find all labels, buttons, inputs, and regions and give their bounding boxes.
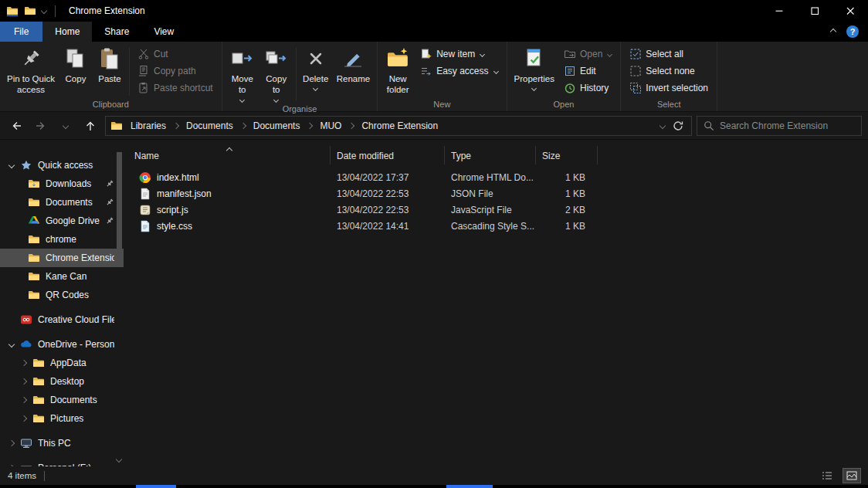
select-none-button[interactable]: Select none: [624, 63, 714, 80]
chevron-right-icon[interactable]: [8, 465, 14, 466]
file-row-manifest-json[interactable]: manifest.json 13/04/2022 22:53 JSON File…: [128, 185, 868, 202]
breadcrumb-item-muo[interactable]: MUO: [317, 120, 344, 131]
chevron-down-icon[interactable]: [8, 162, 14, 168]
paste-shortcut-button[interactable]: Paste shortcut: [132, 80, 219, 97]
properties-button[interactable]: Properties: [510, 44, 558, 92]
breadcrumb-item-chrome-extension[interactable]: Chrome Extension: [358, 120, 441, 131]
sidebar-item-qr-codes[interactable]: QR Codes: [0, 286, 124, 304]
delete-icon: [303, 46, 328, 71]
up-button[interactable]: [80, 116, 100, 136]
file-row-style-css[interactable]: style.css 13/04/2022 14:41 Cascading Sty…: [128, 218, 868, 234]
column-header-type[interactable]: Type: [445, 146, 536, 164]
tab-home[interactable]: Home: [42, 22, 92, 42]
sidebar-item-downloads[interactable]: Downloads: [0, 175, 124, 193]
file-row-script-js[interactable]: script.js 13/04/2022 22:53 JavaScript Fi…: [128, 202, 868, 218]
paste-button[interactable]: Paste: [93, 44, 127, 86]
chevron-right-icon[interactable]: [20, 415, 26, 422]
recent-locations-chevron-icon[interactable]: [56, 116, 76, 136]
rename-button[interactable]: Rename: [333, 44, 374, 86]
pin-to-quick-access-button[interactable]: Pin to Quick access: [3, 44, 59, 97]
qat-customize-chevron-icon[interactable]: [41, 8, 47, 14]
chevron-right-icon[interactable]: [20, 360, 26, 366]
refresh-button[interactable]: [670, 117, 687, 134]
sidebar-item-onedrive[interactable]: OneDrive - Personal: [0, 335, 124, 354]
copy-to-button[interactable]: Copy to: [259, 44, 293, 103]
breadcrumb-item-libraries[interactable]: Libraries: [127, 120, 169, 131]
new-item-dropdown-icon: [480, 51, 485, 56]
chevron-right-icon[interactable]: [20, 397, 26, 403]
minimize-button[interactable]: [761, 0, 797, 22]
breadcrumb-separator-icon[interactable]: [239, 122, 246, 128]
folder-icon: [32, 375, 45, 388]
quick-access-toolbar: Chrome Extension: [0, 5, 145, 17]
group-label-organise: Organise: [222, 103, 377, 116]
sidebar-item-pictures[interactable]: Pictures: [0, 409, 124, 428]
invert-selection-button[interactable]: Invert selection: [624, 80, 714, 97]
sidebar-item-this-pc[interactable]: This PC: [0, 434, 124, 452]
sidebar-item-appdata[interactable]: AppData: [0, 354, 124, 372]
copy-button[interactable]: Copy: [59, 44, 93, 86]
sidebar-item-documents-onedrive[interactable]: Documents: [0, 391, 124, 409]
sidebar-item-desktop[interactable]: Desktop: [0, 372, 124, 391]
column-header-date-modified[interactable]: Date modified: [331, 146, 445, 164]
sidebar-item-kane-can[interactable]: Kane Can: [0, 267, 124, 286]
chevron-right-icon[interactable]: [20, 378, 26, 385]
breadcrumb-separator-icon[interactable]: [173, 122, 179, 128]
ribbon-divider: [296, 47, 297, 100]
sidebar-scrollbar[interactable]: [116, 140, 123, 466]
large-icons-view-button[interactable]: [843, 469, 860, 483]
easy-access-button[interactable]: Easy access: [415, 63, 503, 80]
chevron-right-icon[interactable]: [8, 440, 14, 446]
address-bar[interactable]: Libraries Documents Documents MUO Chrome…: [105, 116, 692, 136]
sidebar-item-creative-cloud-files[interactable]: Creative Cloud Files: [0, 310, 124, 329]
group-label-open: Open: [507, 99, 621, 111]
maximize-button[interactable]: [797, 0, 832, 22]
paste-label: Paste: [98, 73, 120, 84]
breadcrumb-item-documents-2[interactable]: Documents: [250, 120, 303, 131]
copy-path-label: Copy path: [154, 66, 196, 76]
breadcrumb-separator-icon[interactable]: [348, 122, 354, 128]
column-header-size[interactable]: Size: [536, 146, 598, 164]
cut-button[interactable]: Cut: [132, 46, 219, 63]
breadcrumb-separator-icon[interactable]: [307, 122, 313, 128]
sidebar-item-quick-access[interactable]: Quick access: [0, 156, 124, 175]
sidebar-item-google-drive[interactable]: Google Drive: [0, 212, 124, 230]
sidebar-item-chrome-extension[interactable]: Chrome Extension: [0, 249, 124, 267]
sidebar-item-personal-drive[interactable]: Personal (F:): [0, 459, 124, 466]
json-file-icon: [139, 188, 151, 200]
help-icon[interactable]: ?: [846, 25, 859, 38]
copy-path-button[interactable]: Copy path: [132, 63, 219, 80]
properties-dropdown-icon: [531, 86, 537, 91]
file-row-index-html[interactable]: index.html 13/04/2022 17:37 Chrome HTML …: [128, 169, 868, 185]
column-header-name[interactable]: Name: [128, 146, 331, 164]
delete-dropdown-icon: [313, 86, 318, 91]
select-all-button[interactable]: Select all: [624, 46, 714, 63]
delete-button[interactable]: Delete: [299, 44, 333, 92]
open-button[interactable]: Open: [558, 46, 617, 63]
tab-view[interactable]: View: [141, 22, 186, 42]
tab-share[interactable]: Share: [92, 22, 141, 42]
edit-button[interactable]: Edit: [558, 63, 617, 80]
details-view-button[interactable]: [819, 469, 836, 483]
history-button[interactable]: History: [558, 80, 617, 97]
chevron-down-icon[interactable]: [8, 341, 14, 347]
open-label: Open: [580, 49, 602, 59]
easy-access-icon: [420, 65, 432, 77]
search-box[interactable]: [697, 116, 862, 136]
scrollbar-down-arrow-icon[interactable]: [116, 456, 122, 463]
forward-button[interactable]: [31, 116, 51, 136]
back-button[interactable]: [6, 116, 26, 136]
move-to-button[interactable]: Move to: [225, 44, 259, 103]
tab-file[interactable]: File: [0, 22, 42, 42]
minimize-ribbon-icon[interactable]: [830, 29, 836, 35]
address-history-chevron-icon[interactable]: [659, 122, 666, 128]
new-folder-button[interactable]: New folder: [381, 44, 415, 97]
sidebar-item-chrome[interactable]: chrome: [0, 230, 124, 249]
sidebar-item-documents-pinned[interactable]: Documents: [0, 193, 124, 212]
scrollbar-thumb[interactable]: [117, 152, 122, 256]
qat-folder-properties-icon[interactable]: [24, 5, 36, 17]
close-button[interactable]: [832, 0, 868, 22]
search-input[interactable]: [720, 120, 855, 131]
new-item-button[interactable]: New item: [415, 46, 503, 63]
breadcrumb-item-documents[interactable]: Documents: [183, 120, 236, 131]
